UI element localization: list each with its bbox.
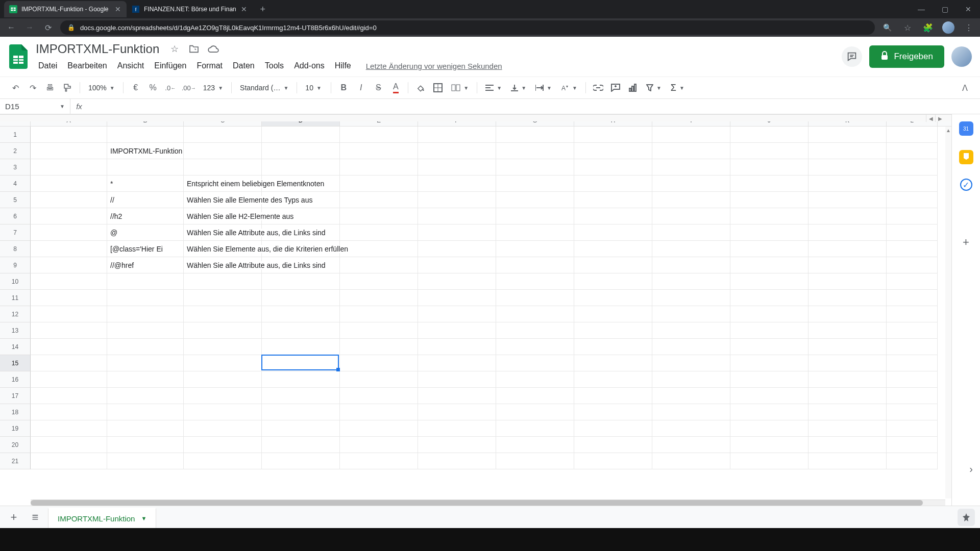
cell[interactable] [730, 143, 808, 159]
cell[interactable] [184, 437, 262, 453]
star-icon[interactable]: ☆ [168, 43, 181, 55]
menu-add-ons[interactable]: Add-ons [289, 59, 329, 72]
cell[interactable] [107, 273, 184, 290]
cell[interactable] [418, 404, 496, 420]
cell[interactable] [808, 257, 887, 273]
cell[interactable] [887, 306, 938, 322]
cell[interactable] [340, 290, 418, 306]
cell[interactable] [574, 273, 652, 290]
cell[interactable] [730, 290, 808, 306]
cell[interactable] [31, 420, 107, 437]
cell[interactable] [652, 143, 730, 159]
cell[interactable] [652, 437, 730, 453]
cell[interactable] [574, 388, 652, 404]
cell[interactable] [418, 159, 496, 176]
forward-button[interactable]: → [23, 21, 36, 34]
bold-button[interactable]: B [335, 80, 352, 95]
row-header[interactable]: 7 [0, 224, 31, 241]
cell[interactable] [340, 192, 418, 208]
cell[interactable] [730, 224, 808, 241]
cell[interactable] [340, 322, 418, 339]
row-header[interactable]: 8 [0, 241, 31, 257]
cell[interactable] [652, 420, 730, 437]
cell[interactable] [31, 257, 107, 273]
cell[interactable]: Wählen Sie alle Attribute aus, die Links… [184, 257, 262, 273]
cell[interactable] [107, 437, 184, 453]
cell[interactable] [808, 224, 887, 241]
currency-button[interactable]: € [128, 80, 144, 95]
cell[interactable] [496, 192, 574, 208]
cell[interactable] [340, 273, 418, 290]
cell[interactable] [808, 176, 887, 192]
cell[interactable] [652, 339, 730, 355]
cell[interactable] [107, 453, 184, 469]
account-avatar[interactable] [951, 46, 972, 67]
cell[interactable] [107, 306, 184, 322]
cell[interactable]: Wählen Sie Elemente aus, die die Kriteri… [184, 241, 262, 257]
cell[interactable] [496, 257, 574, 273]
cell[interactable] [652, 290, 730, 306]
cell[interactable] [262, 355, 340, 371]
cell[interactable] [730, 322, 808, 339]
cell[interactable] [808, 208, 887, 224]
row-header[interactable]: 9 [0, 257, 31, 273]
cell[interactable] [652, 453, 730, 469]
cell[interactable]: Wählen Sie alle Elemente des Typs aus [184, 192, 262, 208]
row-header[interactable]: 16 [0, 371, 31, 388]
cell[interactable] [808, 306, 887, 322]
menu-format[interactable]: Format [192, 59, 227, 72]
cell[interactable] [340, 453, 418, 469]
cell[interactable] [730, 273, 808, 290]
cell[interactable] [107, 127, 184, 143]
cell[interactable] [184, 404, 262, 420]
cell[interactable] [574, 127, 652, 143]
cell[interactable] [340, 176, 418, 192]
cell[interactable] [184, 322, 262, 339]
cell[interactable] [808, 241, 887, 257]
cell[interactable] [887, 437, 938, 453]
vertical-scrollbar[interactable]: ▲ [945, 127, 951, 498]
cell[interactable]: // [107, 192, 184, 208]
cell[interactable] [652, 208, 730, 224]
cell[interactable] [574, 143, 652, 159]
calendar-icon[interactable]: 31 [959, 121, 973, 136]
cell[interactable] [808, 420, 887, 437]
row-header[interactable]: 11 [0, 290, 31, 306]
cell[interactable] [418, 290, 496, 306]
cell[interactable] [652, 355, 730, 371]
keep-icon[interactable] [959, 150, 973, 164]
cell[interactable] [262, 420, 340, 437]
cell[interactable] [496, 371, 574, 388]
cell[interactable] [730, 127, 808, 143]
halign-button[interactable]: ▼ [481, 85, 506, 91]
redo-button[interactable]: ↷ [24, 80, 41, 95]
cell[interactable] [262, 273, 340, 290]
menu-datei[interactable]: Datei [34, 59, 62, 72]
cell[interactable] [496, 420, 574, 437]
cell[interactable] [262, 404, 340, 420]
maximize-button[interactable]: ▢ [933, 1, 957, 17]
cell[interactable] [887, 339, 938, 355]
cell[interactable] [340, 159, 418, 176]
italic-button[interactable]: I [353, 80, 369, 95]
cell[interactable] [887, 159, 938, 176]
cell[interactable] [418, 257, 496, 273]
cell[interactable]: Entspricht einem beliebigen Elementknote… [184, 176, 262, 192]
borders-button[interactable] [430, 80, 446, 95]
cloud-icon[interactable] [207, 43, 219, 55]
cell[interactable] [418, 208, 496, 224]
cell[interactable] [31, 192, 107, 208]
explore-button[interactable] [958, 509, 975, 526]
cell[interactable] [574, 420, 652, 437]
cell[interactable] [31, 355, 107, 371]
cell[interactable] [418, 453, 496, 469]
cell[interactable] [887, 322, 938, 339]
cell[interactable]: Wählen Sie alle H2-Elemente aus [184, 208, 262, 224]
cell[interactable] [808, 404, 887, 420]
sheet-tab-active[interactable]: IMPORTXML-Funktion ▼ [48, 508, 156, 528]
cell[interactable] [887, 176, 938, 192]
cell[interactable] [31, 371, 107, 388]
cell[interactable] [652, 241, 730, 257]
cell[interactable] [31, 290, 107, 306]
cell[interactable] [418, 420, 496, 437]
